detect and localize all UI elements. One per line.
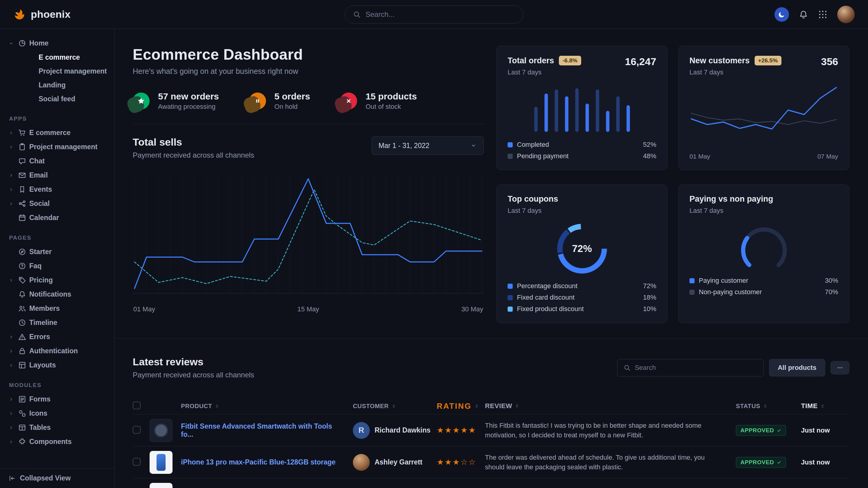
sidebar-item-chat[interactable]: Chat [7, 154, 110, 168]
column-header-review[interactable]: REVIEW [485, 401, 520, 411]
bookmark-icon [18, 185, 26, 194]
shapes-icon [18, 409, 26, 418]
notifications-button[interactable] [799, 10, 808, 19]
paying-gauge-chart [726, 223, 802, 274]
column-header-customer[interactable]: CUSTOMER [353, 403, 396, 410]
reviews-search[interactable] [617, 359, 764, 377]
all-products-button[interactable]: All products [769, 359, 825, 377]
card-title: Paying vs non paying [689, 194, 773, 204]
sidebar-item-tables[interactable]: Tables [7, 421, 110, 435]
sidebar-item-landing[interactable]: Landing [7, 78, 110, 92]
global-search[interactable] [345, 5, 523, 24]
caret-right-icon [7, 187, 15, 193]
total-sells-subtitle: Payment received across all channels [133, 151, 254, 159]
global-search-input[interactable] [366, 10, 515, 19]
legend-item-non-paying-customer: Non-paying customer70% [689, 288, 838, 296]
dashboard-cards: Total orders -6.8% Last 7 days 16,247 Co… [496, 46, 849, 323]
sidebar-item-starter[interactable]: Starter [7, 245, 110, 259]
card-title: Top coupons [507, 194, 558, 204]
column-label: CUSTOMER [353, 403, 389, 410]
sidebar-item-e-commerce[interactable]: E commerce [7, 126, 110, 140]
orders-legend: Completed52%Pending payment48% [507, 141, 656, 160]
sidebar-item-pricing[interactable]: Pricing [7, 273, 110, 287]
sidebar-item-layouts[interactable]: Layouts [7, 358, 110, 372]
row-checkbox[interactable] [133, 458, 141, 466]
sidebar-item-label: Timeline [29, 319, 57, 327]
stat-caption: On hold [275, 103, 310, 110]
divider [133, 124, 484, 124]
user-avatar[interactable] [837, 6, 855, 23]
sidebar-item-forms[interactable]: Forms [7, 392, 110, 406]
caret-right-icon [7, 439, 15, 445]
form-icon [18, 395, 26, 403]
sidebar-item-errors[interactable]: Errors [7, 330, 110, 344]
caret-right-icon [7, 144, 15, 150]
stats-row: 57 new ordersAwating processing5 ordersO… [133, 91, 484, 110]
column-header-time[interactable]: TIME [801, 402, 825, 410]
caret-spacer [7, 158, 15, 164]
sidebar-item-timeline[interactable]: Timeline [7, 316, 110, 330]
sidebar-item-members[interactable]: Members [7, 301, 110, 316]
column-header-rating[interactable]: RATING [437, 401, 479, 411]
sort-icon[interactable] [515, 403, 520, 409]
x-stat-icon [340, 93, 357, 109]
reviews-search-input[interactable] [635, 364, 757, 372]
select-all-checkbox[interactable] [133, 401, 141, 409]
product-link[interactable]: iPhone 13 pro max-Pacific Blue-128GB sto… [181, 458, 353, 466]
sidebar-item-faq[interactable]: Faq [7, 259, 110, 273]
tag-icon [18, 276, 26, 284]
total-sells-chart [133, 170, 484, 302]
column-header-status[interactable]: STATUS [736, 403, 768, 410]
legend-value: 10% [643, 305, 656, 313]
sort-icon[interactable] [763, 403, 768, 409]
sidebar-item-icons[interactable]: Icons [7, 406, 110, 421]
coupons-donut-chart: 72% [553, 220, 611, 277]
product-link[interactable]: Fitbit Sense Advanced Smartwatch with To… [181, 422, 353, 438]
row-checkbox[interactable] [133, 426, 141, 434]
sidebar-item-social-feed[interactable]: Social feed [7, 92, 110, 106]
sidebar-item-notifications[interactable]: Notifications [7, 287, 110, 301]
pie-icon [18, 39, 26, 47]
total-orders-card: Total orders -6.8% Last 7 days 16,247 Co… [496, 46, 668, 170]
product-thumbnail[interactable] [150, 451, 173, 474]
caret-right-icon [7, 348, 15, 354]
star-stat-icon [133, 93, 150, 109]
sidebar-item-email[interactable]: Email [7, 168, 110, 182]
brand-logo[interactable]: phoenix [13, 8, 70, 21]
column-label: PRODUCT [181, 403, 212, 410]
sidebar-item-project-management[interactable]: Project management [7, 140, 110, 154]
column-header-product[interactable]: PRODUCT [181, 403, 220, 410]
sort-icon[interactable] [391, 403, 396, 409]
card-title: New customers [689, 56, 750, 65]
sidebar-item-label: Icons [29, 409, 48, 418]
sidebar-item-label: Members [29, 304, 60, 313]
caret-right-icon [7, 425, 15, 431]
collapse-sidebar-button[interactable]: Collapsed View [0, 468, 114, 488]
new-customers-x-labels: 01 May07 May [689, 150, 838, 160]
bell-icon [18, 290, 26, 298]
date-range-select[interactable]: Mar 1 - 31, 2022 [372, 136, 484, 155]
sidebar-item-e-commerce[interactable]: E commerce [7, 50, 110, 64]
sidebar-item-home[interactable]: Home [7, 36, 110, 50]
total-sells-x-labels: 01 May15 May30 May [133, 305, 484, 313]
sort-icon[interactable] [474, 403, 479, 409]
sidebar-item-social[interactable]: Social [7, 197, 110, 211]
sidebar-item-label: Faq [29, 262, 42, 270]
caret-spacer [7, 215, 15, 221]
sidebar-item-components[interactable]: Components [7, 435, 110, 449]
coupons-legend: Percentage discount72%Fixed card discoun… [507, 282, 656, 313]
legend-value: 18% [643, 294, 656, 301]
page-subtitle: Here's what's going on at your business … [133, 67, 484, 76]
sidebar-item-authentication[interactable]: Authentication [7, 344, 110, 358]
sidebar-item-events[interactable]: Events [7, 182, 110, 197]
sidebar-item-project-management[interactable]: Project management [7, 64, 110, 78]
more-options-button[interactable] [831, 361, 849, 375]
product-thumbnail[interactable] [150, 419, 173, 442]
apps-grid-button[interactable] [818, 10, 828, 19]
product-thumbnail[interactable] [150, 483, 173, 488]
theme-toggle-button[interactable] [775, 7, 789, 22]
sort-icon[interactable] [820, 403, 825, 409]
sidebar-item-calendar[interactable]: Calendar [7, 211, 110, 225]
page-title: Ecommerce Dashboard [133, 46, 484, 63]
sort-icon[interactable] [214, 403, 220, 409]
